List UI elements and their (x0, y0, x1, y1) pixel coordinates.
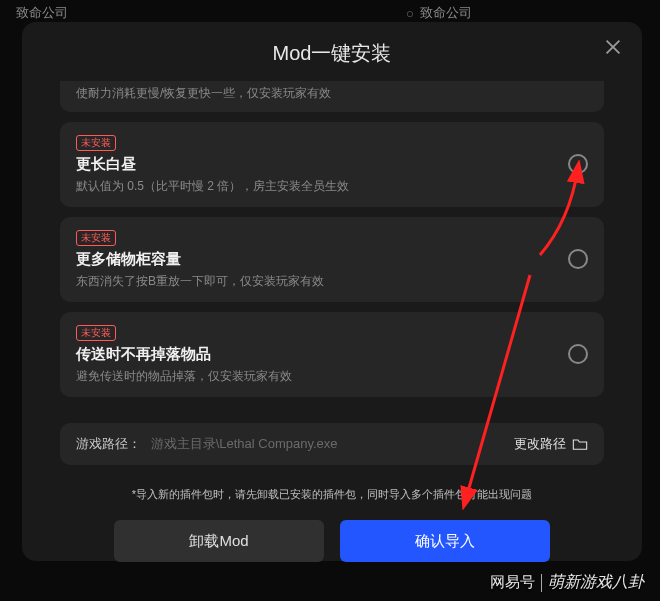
watermark-author: 萌新游戏八卦 (548, 572, 644, 593)
radio-select[interactable] (568, 344, 588, 364)
folder-icon (572, 437, 588, 451)
mod-item-partial[interactable]: 使耐力消耗更慢/恢复更快一些，仅安装玩家有效 (60, 81, 604, 112)
watermark-source: 网易号 (490, 573, 535, 592)
mod-list: 使耐力消耗更慢/恢复更快一些，仅安装玩家有效 未安装 更长白昼 默认值为 0.5… (60, 81, 604, 407)
radio-select[interactable] (568, 249, 588, 269)
mod-item[interactable]: 未安装 更长白昼 默认值为 0.5（比平时慢 2 倍），房主安装全员生效 (60, 122, 604, 207)
confirm-button[interactable]: 确认导入 (340, 520, 550, 562)
mod-install-modal: Mod一键安装 使耐力消耗更慢/恢复更快一些，仅安装玩家有效 未安装 更长白昼 … (22, 22, 642, 561)
change-path-label: 更改路径 (514, 435, 566, 453)
mod-item[interactable]: 未安装 更多储物柜容量 东西消失了按B重放一下即可，仅安装玩家有效 (60, 217, 604, 302)
mod-name: 传送时不再掉落物品 (76, 345, 568, 364)
game-path-row: 游戏路径： 游戏主目录\Lethal Company.exe 更改路径 (60, 423, 604, 465)
mod-name: 更长白昼 (76, 155, 568, 174)
close-icon (602, 36, 624, 58)
button-row: 卸载Mod 确认导入 (60, 520, 604, 562)
warning-text: *导入新的插件包时，请先卸载已安装的插件包，同时导入多个插件包可能出现问题 (60, 487, 604, 502)
bg-tab-label: 致命公司 (420, 4, 472, 22)
install-tag: 未安装 (76, 135, 116, 151)
mod-desc: 避免传送时的物品掉落，仅安装玩家有效 (76, 368, 568, 385)
change-path-button[interactable]: 更改路径 (514, 435, 588, 453)
mod-desc: 使耐力消耗更慢/恢复更快一些，仅安装玩家有效 (76, 86, 331, 100)
close-button[interactable] (602, 36, 624, 58)
mod-item[interactable]: 未安装 传送时不再掉落物品 避免传送时的物品掉落，仅安装玩家有效 (60, 312, 604, 397)
bg-tab-label: 致命公司 (16, 4, 68, 22)
uninstall-button[interactable]: 卸载Mod (114, 520, 324, 562)
bg-tab: 致命公司 (16, 4, 68, 22)
bg-tab: ○ 致命公司 (406, 4, 472, 22)
mod-name: 更多储物柜容量 (76, 250, 568, 269)
path-value: 游戏主目录\Lethal Company.exe (151, 436, 338, 451)
path-label: 游戏路径： (76, 436, 141, 451)
mod-desc: 默认值为 0.5（比平时慢 2 倍），房主安装全员生效 (76, 178, 568, 195)
install-tag: 未安装 (76, 325, 116, 341)
mod-desc: 东西消失了按B重放一下即可，仅安装玩家有效 (76, 273, 568, 290)
watermark: 网易号 萌新游戏八卦 (490, 572, 644, 593)
install-tag: 未安装 (76, 230, 116, 246)
radio-select[interactable] (568, 154, 588, 174)
background-tabs: 致命公司 ○ 致命公司 (0, 4, 660, 22)
modal-title: Mod一键安装 (60, 40, 604, 67)
